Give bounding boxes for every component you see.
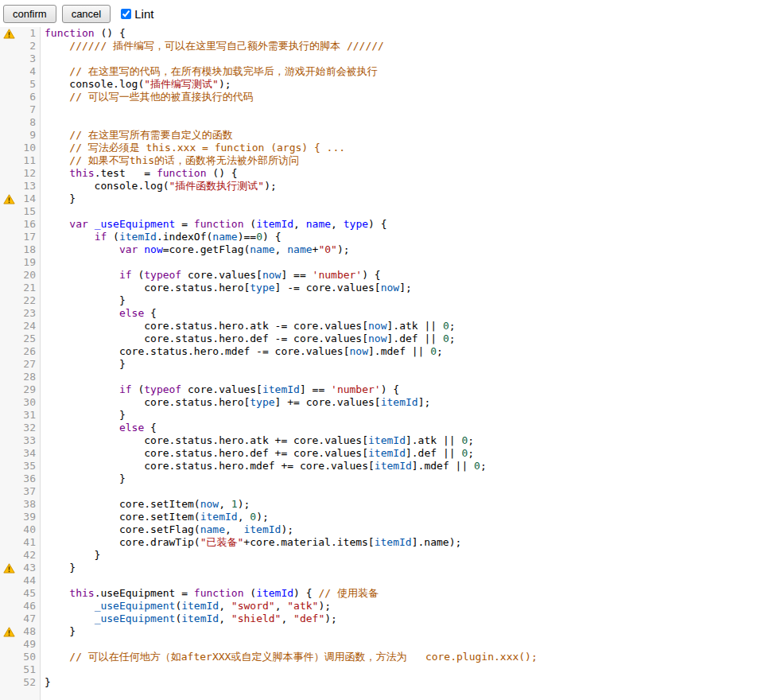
code-text[interactable]: // 可以在任何地方（如afterXXX或自定义脚本事件）调用函数，方法为 co…	[41, 651, 538, 663]
code-line[interactable]: 37	[0, 485, 765, 498]
code-text[interactable]: core.setFlag(name, itemId);	[41, 523, 293, 536]
code-line[interactable]: 38 core.setItem(now, 1);	[0, 498, 765, 511]
cancel-button[interactable]: cancel	[62, 5, 111, 23]
code-text[interactable]: core.status.hero.def += core.values[item…	[41, 447, 474, 460]
code-text[interactable]: // 在这里写的代码，在所有模块加载完毕后，游戏开始前会被执行	[41, 65, 378, 78]
code-line[interactable]: 52}	[0, 676, 765, 689]
code-text[interactable]: core.status.hero.atk -= core.values[now]…	[41, 320, 456, 332]
code-text[interactable]: function () {	[41, 27, 126, 40]
code-text[interactable]: core.status.hero[type] += core.values[it…	[41, 396, 430, 409]
code-line[interactable]: 19	[0, 256, 765, 269]
code-text[interactable]: console.log("插件函数执行测试");	[41, 180, 277, 192]
code-text[interactable]: if (typeof core.values[now] == 'number')…	[41, 269, 381, 282]
code-editor[interactable]: 1function () {2 ////// 插件编写，可以在这里写自己额外需要…	[0, 27, 765, 700]
code-line[interactable]: 30 core.status.hero[type] += core.values…	[0, 396, 765, 409]
code-text[interactable]: core.drawTip("已装备"+core.material.items[i…	[41, 536, 461, 549]
code-text[interactable]: console.log("插件编写测试");	[41, 78, 231, 91]
code-line[interactable]: 10 // 写法必须是 this.xxx = function (args) {…	[0, 142, 765, 154]
code-line[interactable]: 5 console.log("插件编写测试");	[0, 78, 765, 91]
code-line[interactable]: 18 var now=core.getFlag(name, name+"0");	[0, 243, 765, 256]
code-line[interactable]: 16 var _useEquipment = function (itemId,…	[0, 218, 765, 231]
code-line[interactable]: 9 // 在这里写所有需要自定义的函数	[0, 129, 765, 142]
code-text[interactable]	[41, 116, 45, 129]
code-text[interactable]: core.status.hero.mdef -= core.values[now…	[41, 345, 443, 358]
code-line[interactable]: 13 console.log("插件函数执行测试");	[0, 180, 765, 192]
code-text[interactable]	[41, 103, 45, 116]
code-line[interactable]: 20 if (typeof core.values[now] == 'numbe…	[0, 269, 765, 282]
code-text[interactable]	[41, 371, 45, 383]
code-line[interactable]: 25 core.status.hero.def -= core.values[n…	[0, 332, 765, 345]
code-line[interactable]: 44	[0, 574, 765, 587]
code-line[interactable]: 2 ////// 插件编写，可以在这里写自己额外需要执行的脚本 //////	[0, 40, 765, 52]
code-text[interactable]: }	[41, 676, 51, 689]
code-text[interactable]	[41, 52, 45, 65]
lint-checkbox[interactable]	[121, 9, 131, 19]
code-line[interactable]: 12 this.test = function () {	[0, 167, 765, 180]
code-line[interactable]: 4 // 在这里写的代码，在所有模块加载完毕后，游戏开始前会被执行	[0, 65, 765, 78]
code-text[interactable]: core.status.hero.mdef += core.values[ite…	[41, 460, 487, 472]
code-line[interactable]: 45 this.useEquipment = function (itemId)…	[0, 587, 765, 600]
code-text[interactable]	[41, 574, 45, 587]
code-line[interactable]: 47 _useEquipment(itemId, "shield", "def"…	[0, 612, 765, 625]
code-text[interactable]: core.status.hero.def -= core.values[now]…	[41, 332, 456, 345]
code-text[interactable]: // 如果不写this的话，函数将无法被外部所访问	[41, 154, 299, 167]
code-line[interactable]: 40 core.setFlag(name, itemId);	[0, 523, 765, 536]
code-line[interactable]: 7	[0, 103, 765, 116]
code-line[interactable]: 35 core.status.hero.mdef += core.values[…	[0, 460, 765, 472]
code-text[interactable]: else {	[41, 422, 157, 434]
code-text[interactable]: }	[41, 625, 76, 638]
code-line[interactable]: 28	[0, 371, 765, 383]
code-line[interactable]: 24 core.status.hero.atk -= core.values[n…	[0, 320, 765, 332]
code-line[interactable]: 23 else {	[0, 307, 765, 320]
code-line[interactable]: 41 core.drawTip("已装备"+core.material.item…	[0, 536, 765, 549]
code-line[interactable]: 11 // 如果不写this的话，函数将无法被外部所访问	[0, 154, 765, 167]
code-line[interactable]: 1function () {	[0, 27, 765, 40]
confirm-button[interactable]: confirm	[3, 5, 56, 23]
code-text[interactable]: }	[41, 358, 126, 371]
code-text[interactable]: ////// 插件编写，可以在这里写自己额外需要执行的脚本 //////	[41, 40, 384, 52]
code-line[interactable]: 36 }	[0, 472, 765, 485]
code-line[interactable]: 49	[0, 638, 765, 651]
code-line[interactable]: 3	[0, 52, 765, 65]
code-line[interactable]: 21 core.status.hero[type] -= core.values…	[0, 282, 765, 294]
code-text[interactable]: // 可以写一些其他的被直接执行的代码	[41, 91, 254, 103]
code-text[interactable]	[41, 205, 45, 218]
code-line[interactable]: 14 }	[0, 192, 765, 205]
code-text[interactable]: // 写法必须是 this.xxx = function (args) { ..…	[41, 142, 345, 154]
code-line[interactable]: 51	[0, 663, 765, 676]
code-text[interactable]: }	[41, 294, 126, 307]
code-text[interactable]: core.setItem(now, 1);	[41, 498, 250, 511]
code-line[interactable]: 8	[0, 116, 765, 129]
code-text[interactable]: }	[41, 562, 76, 574]
code-text[interactable]: this.test = function () {	[41, 167, 238, 180]
code-line[interactable]: 48 }	[0, 625, 765, 638]
code-text[interactable]: if (itemId.indexOf(name)==0) {	[41, 231, 281, 243]
code-text[interactable]	[41, 638, 45, 651]
code-text[interactable]: }	[41, 549, 100, 562]
code-text[interactable]	[41, 256, 45, 269]
code-text[interactable]: this.useEquipment = function (itemId) { …	[41, 587, 379, 600]
code-text[interactable]: core.status.hero[type] -= core.values[no…	[41, 282, 412, 294]
code-line[interactable]: 39 core.setItem(itemId, 0);	[0, 511, 765, 523]
code-text[interactable]: // 在这里写所有需要自定义的函数	[41, 129, 233, 142]
code-line[interactable]: 15	[0, 205, 765, 218]
code-line[interactable]: 27 }	[0, 358, 765, 371]
code-line[interactable]: 50 // 可以在任何地方（如afterXXX或自定义脚本事件）调用函数，方法为…	[0, 651, 765, 663]
code-line[interactable]: 29 if (typeof core.values[itemId] == 'nu…	[0, 383, 765, 396]
code-text[interactable]: }	[41, 409, 126, 422]
code-line[interactable]: 34 core.status.hero.def += core.values[i…	[0, 447, 765, 460]
code-text[interactable]: if (typeof core.values[itemId] == 'numbe…	[41, 383, 399, 396]
code-line[interactable]: 32 else {	[0, 422, 765, 434]
code-line[interactable]: 31 }	[0, 409, 765, 422]
code-text[interactable]: }	[41, 472, 126, 485]
code-text[interactable]: }	[41, 192, 76, 205]
code-line[interactable]: 46 _useEquipment(itemId, "sword", "atk")…	[0, 600, 765, 612]
code-text[interactable]: var now=core.getFlag(name, name+"0");	[41, 243, 350, 256]
code-line[interactable]: 43 }	[0, 562, 765, 574]
code-text[interactable]	[41, 663, 45, 676]
code-text[interactable]: _useEquipment(itemId, "sword", "atk");	[41, 600, 331, 612]
code-text[interactable]	[41, 485, 45, 498]
code-line[interactable]: 42 }	[0, 549, 765, 562]
code-text[interactable]: _useEquipment(itemId, "shield", "def");	[41, 612, 337, 625]
code-line[interactable]: 6 // 可以写一些其他的被直接执行的代码	[0, 91, 765, 103]
